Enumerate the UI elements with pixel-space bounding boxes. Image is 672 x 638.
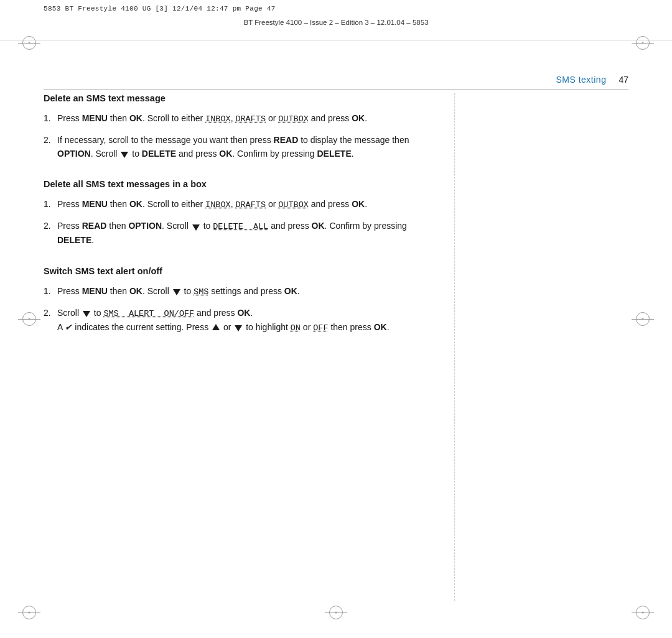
list-item: 1. Press MENU then OK. Scroll to either … (44, 112, 436, 126)
list-item: 2. If necessary, scroll to the message y… (44, 134, 436, 160)
section-heading-delete-all-sms: Delete all SMS text messages in a box (44, 179, 436, 189)
list-num: 2. (44, 220, 57, 233)
sms-alert-list: 1. Press MENU then OK. Scroll to SMS set… (44, 285, 436, 335)
section-sms-alert: Switch SMS text alert on/off 1. Press ME… (44, 266, 436, 335)
main-content: Delete an SMS text message 1. Press MENU… (44, 93, 436, 601)
section-delete-sms: Delete an SMS text message 1. Press MENU… (44, 93, 436, 160)
list-content: Press READ then OPTION. Scroll to DELETE… (57, 220, 436, 247)
right-column (454, 93, 628, 601)
scroll-down-icon (235, 325, 242, 331)
section-delete-all-sms: Delete all SMS text messages in a box 1.… (44, 179, 436, 247)
header-bottom-line: BT Freestyle 4100 – Issue 2 – Edition 3 … (243, 19, 428, 26)
reg-mark-bottom-right (636, 606, 650, 619)
section-header: SMS texting 47 (44, 75, 628, 90)
list-content: Press MENU then OK. Scroll to either INB… (57, 198, 436, 212)
section-title: SMS texting (556, 75, 606, 85)
list-item: 1. Press MENU then OK. Scroll to SMS set… (44, 285, 436, 299)
scroll-down-icon (121, 152, 128, 158)
scroll-down-icon (192, 224, 200, 231)
list-num: 1. (44, 112, 57, 126)
section-heading-delete-sms: Delete an SMS text message (44, 93, 436, 103)
reg-mark-bottom-left (22, 606, 36, 619)
delete-sms-list: 1. Press MENU then OK. Scroll to either … (44, 112, 436, 160)
list-num: 2. (44, 134, 57, 147)
list-num: 1. (44, 198, 57, 211)
header-top-line: 5853 BT Freestyle 4100 UG [3] 12/1/04 12… (44, 5, 276, 12)
delete-all-sms-list: 1. Press MENU then OK. Scroll to either … (44, 198, 436, 247)
reg-mark-right-center (636, 312, 650, 326)
reg-mark-bottom-center (329, 606, 343, 619)
list-content: Press MENU then OK. Scroll to SMS settin… (57, 285, 436, 299)
scroll-down-icon (83, 311, 90, 317)
list-num: 2. (44, 307, 57, 320)
list-item: 2. Scroll to SMS ALERT ON/OFF and press … (44, 307, 436, 335)
list-item: 2. Press READ then OPTION. Scroll to DEL… (44, 220, 436, 247)
section-heading-sms-alert: Switch SMS text alert on/off (44, 266, 436, 276)
reg-mark-left-center (22, 312, 36, 326)
list-item: 1. Press MENU then OK. Scroll to either … (44, 198, 436, 212)
list-content: Press MENU then OK. Scroll to either INB… (57, 112, 436, 126)
page-header: 5853 BT Freestyle 4100 UG [3] 12/1/04 12… (0, 0, 672, 40)
scroll-down-icon (173, 289, 180, 295)
list-content: If necessary, scroll to the message you … (57, 134, 436, 160)
list-content: Scroll to SMS ALERT ON/OFF and press OK.… (57, 307, 436, 335)
scroll-up-icon (212, 324, 220, 330)
page-number: 47 (618, 75, 628, 85)
list-num: 1. (44, 285, 57, 298)
